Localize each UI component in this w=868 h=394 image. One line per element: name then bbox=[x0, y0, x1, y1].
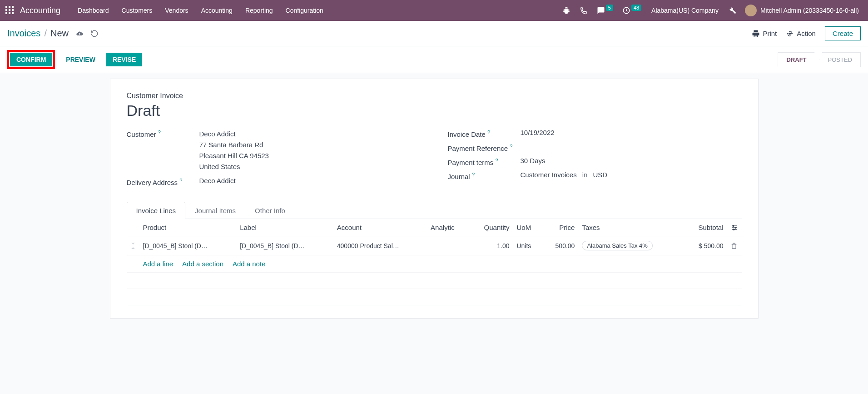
cloud-icon[interactable] bbox=[75, 30, 84, 37]
confirm-highlight: CONFIRM bbox=[7, 50, 55, 69]
messages-badge: 5 bbox=[606, 5, 613, 11]
help-icon[interactable]: ? bbox=[496, 158, 498, 163]
field-customer[interactable]: Deco Addict 77 Santa Barbara Rd Pleasant… bbox=[199, 129, 421, 172]
col-taxes: Taxes bbox=[578, 219, 683, 236]
activities-icon[interactable]: 48 bbox=[618, 6, 646, 15]
status-steps: DRAFT POSTED bbox=[778, 52, 861, 67]
brand[interactable]: Accounting bbox=[20, 6, 60, 15]
field-delivery[interactable]: Deco Addict bbox=[199, 177, 421, 185]
cell-taxes[interactable]: Alabama Sales Tax 4% bbox=[578, 236, 683, 255]
create-button[interactable]: Create bbox=[825, 26, 861, 40]
action-button[interactable]: Action bbox=[786, 30, 816, 38]
cell-uom[interactable]: Units bbox=[513, 236, 542, 255]
apps-icon[interactable] bbox=[5, 6, 15, 15]
svg-rect-2 bbox=[12, 6, 14, 8]
label-invoice-date: Invoice Date ? bbox=[448, 129, 521, 138]
nav-accounting[interactable]: Accounting bbox=[195, 7, 239, 14]
breadcrumb: Invoices / New bbox=[7, 28, 99, 39]
field-currency[interactable]: USD bbox=[593, 171, 607, 179]
phone-icon[interactable] bbox=[575, 6, 592, 15]
add-note-link[interactable]: Add a note bbox=[233, 260, 266, 268]
field-invoice-date[interactable]: 10/19/2022 bbox=[521, 129, 742, 136]
avatar bbox=[745, 5, 757, 16]
help-icon[interactable]: ? bbox=[179, 178, 182, 183]
cell-label[interactable]: [D_0045_B] Stool (D… bbox=[236, 236, 333, 255]
svg-point-14 bbox=[733, 225, 734, 226]
col-account: Account bbox=[333, 219, 427, 236]
col-uom: UoM bbox=[513, 219, 542, 236]
journal-in: in bbox=[582, 171, 588, 179]
add-section-link[interactable]: Add a section bbox=[182, 260, 223, 268]
activities-badge: 48 bbox=[631, 5, 641, 11]
user-name: Mitchell Admin (20333450-16-0-all) bbox=[760, 7, 859, 14]
navbar: Accounting Dashboard Customers Vendors A… bbox=[0, 0, 868, 21]
status-posted[interactable]: POSTED bbox=[817, 52, 861, 67]
col-product: Product bbox=[139, 219, 237, 236]
discard-icon[interactable] bbox=[90, 30, 99, 38]
svg-rect-4 bbox=[9, 9, 10, 11]
svg-rect-1 bbox=[9, 6, 10, 8]
tab-journal-items[interactable]: Journal Items bbox=[185, 202, 245, 219]
cell-quantity[interactable]: 1.00 bbox=[469, 236, 513, 255]
svg-rect-5 bbox=[12, 9, 14, 11]
col-label: Label bbox=[236, 219, 333, 236]
tools-icon[interactable] bbox=[724, 6, 741, 15]
confirm-button[interactable]: CONFIRM bbox=[10, 53, 52, 66]
field-journal[interactable]: Customer Invoices bbox=[521, 171, 577, 179]
drag-handle-icon[interactable] bbox=[127, 236, 139, 255]
svg-rect-3 bbox=[5, 9, 7, 11]
cell-product[interactable]: [D_0045_B] Stool (D… bbox=[139, 236, 237, 255]
user-menu[interactable]: Mitchell Admin (20333450-16-0-all) bbox=[741, 5, 863, 16]
move-type: Customer Invoice bbox=[127, 92, 742, 100]
help-icon[interactable]: ? bbox=[510, 144, 512, 149]
field-payment-terms[interactable]: 30 Days bbox=[521, 157, 742, 165]
breadcrumb-current: New bbox=[50, 28, 69, 39]
nav-configuration[interactable]: Configuration bbox=[279, 7, 330, 14]
svg-rect-7 bbox=[9, 12, 10, 14]
svg-rect-0 bbox=[5, 6, 7, 8]
nav-vendors[interactable]: Vendors bbox=[159, 7, 194, 14]
cell-price[interactable]: 500.00 bbox=[542, 236, 578, 255]
svg-point-16 bbox=[733, 229, 734, 230]
label-payment-ref: Payment Reference ? bbox=[448, 143, 521, 152]
breadcrumb-back[interactable]: Invoices bbox=[7, 28, 40, 39]
nav-reporting[interactable]: Reporting bbox=[239, 7, 279, 14]
cell-subtotal: $ 500.00 bbox=[684, 236, 727, 255]
label-customer: Customer ? bbox=[127, 129, 199, 138]
tab-other-info[interactable]: Other Info bbox=[245, 202, 295, 219]
nav-dashboard[interactable]: Dashboard bbox=[71, 7, 115, 14]
control-panel: Invoices / New Print Action Create bbox=[0, 21, 868, 46]
cell-account[interactable]: 400000 Product Sal… bbox=[333, 236, 427, 255]
label-payment-terms: Payment terms ? bbox=[448, 157, 521, 166]
columns-settings-icon[interactable] bbox=[727, 219, 742, 236]
help-icon[interactable]: ? bbox=[472, 172, 475, 177]
revise-button[interactable]: REVISE bbox=[106, 53, 142, 66]
add-line-link[interactable]: Add a line bbox=[143, 260, 174, 268]
col-price: Price bbox=[542, 219, 578, 236]
messages-icon[interactable]: 5 bbox=[592, 6, 618, 15]
status-draft[interactable]: DRAFT bbox=[778, 52, 819, 67]
statusbar: CONFIRM PREVIEW REVISE DRAFT POSTED bbox=[0, 46, 868, 73]
delete-row-icon[interactable] bbox=[727, 236, 742, 255]
col-subtotal: Subtotal bbox=[684, 219, 727, 236]
label-journal: Journal ? bbox=[448, 171, 521, 180]
svg-rect-6 bbox=[5, 12, 7, 14]
debug-icon[interactable] bbox=[558, 6, 575, 15]
svg-point-15 bbox=[735, 227, 736, 228]
col-analytic: Analytic bbox=[427, 219, 469, 236]
table-row[interactable]: [D_0045_B] Stool (D… [D_0045_B] Stool (D… bbox=[127, 236, 742, 255]
breadcrumb-sep: / bbox=[44, 28, 47, 39]
move-name: Draft bbox=[127, 102, 742, 120]
tab-invoice-lines[interactable]: Invoice Lines bbox=[127, 202, 186, 219]
cell-analytic[interactable] bbox=[427, 236, 469, 255]
help-icon[interactable]: ? bbox=[487, 130, 490, 135]
nav-customers[interactable]: Customers bbox=[115, 7, 159, 14]
tabs: Invoice Lines Journal Items Other Info bbox=[127, 202, 742, 219]
company-selector[interactable]: Alabama(US) Company bbox=[646, 7, 724, 14]
print-button[interactable]: Print bbox=[752, 30, 777, 38]
help-icon[interactable]: ? bbox=[158, 130, 161, 135]
label-delivery: Delivery Address ? bbox=[127, 177, 199, 186]
svg-point-10 bbox=[789, 32, 791, 35]
preview-button[interactable]: PREVIEW bbox=[60, 53, 102, 66]
invoice-lines-table: Product Label Account Analytic Quantity … bbox=[127, 219, 742, 305]
